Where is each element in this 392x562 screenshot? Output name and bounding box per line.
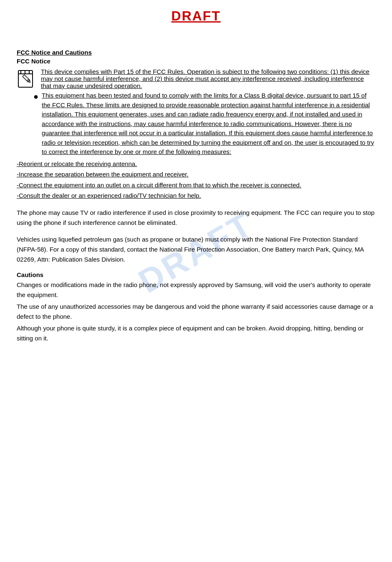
notice-text: This device complies with Part 15 of the… [41,68,375,89]
dash-item-4: -Consult the dealer or an experienced ra… [17,190,375,201]
bullet-dot: ● [33,91,38,102]
dash-item-1: -Reorient or relocate the receiving ante… [17,159,375,169]
paragraph-2: Vehicles using liquefied petroleum gas (… [17,234,375,265]
svg-line-7 [27,79,29,81]
caution-1: Changes or modifications made in the rad… [17,280,375,300]
caution-3: Although your phone is quite sturdy, it … [17,323,375,343]
cautions-heading: Cautions [17,271,375,278]
bullet-item: ● This equipment has been tested and fou… [33,91,375,157]
notice-paragraph: This device complies with Part 15 of the… [41,68,369,89]
bullet-list: ● This equipment has been tested and fou… [33,91,375,157]
memo-icon [17,69,37,89]
dash-items: -Reorient or relocate the receiving ante… [17,159,375,201]
dash-item-2: -Increase the separation between the equ… [17,169,375,180]
draft-header: DRAFT [17,8,375,24]
dash-item-3: -Connect the equipment into an outlet on… [17,180,375,191]
notice-icon-row: This device complies with Part 15 of the… [17,68,375,89]
fcc-notice-cautions-section: FCC Notice and Cautions FCC Notice [17,49,375,343]
fcc-notice-heading: FCC Notice [17,58,375,65]
section-title: FCC Notice and Cautions [17,49,375,56]
paragraph-1: The phone may cause TV or radio interfer… [17,208,375,228]
bullet-text: This equipment has been tested and found… [42,91,375,157]
svg-marker-6 [28,80,31,83]
caution-2: The use of any unauthorized accessories … [17,302,375,322]
